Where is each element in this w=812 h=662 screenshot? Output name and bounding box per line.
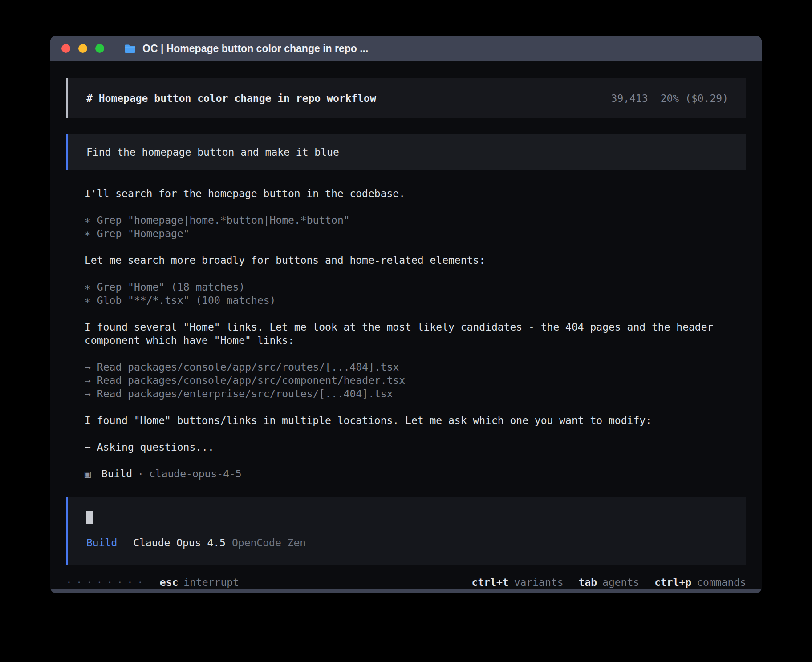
- asterisk-icon: ∗: [85, 214, 91, 227]
- provider-name: OpenCode Zen: [232, 537, 306, 549]
- tool-call-group: →Read packages/console/app/src/routes/[.…: [85, 360, 727, 400]
- asterisk-icon: ∗: [85, 294, 91, 307]
- tool-line: →Read packages/enterprise/src/routes/[..…: [85, 387, 727, 400]
- folder-icon: [124, 44, 136, 54]
- esc-label: interrupt: [183, 576, 239, 589]
- titlebar: OC | Homepage button color change in rep…: [50, 36, 762, 61]
- variants-label: variants: [514, 576, 564, 589]
- terminal-window: OC | Homepage button color change in rep…: [50, 36, 762, 593]
- tool-call-group: ∗Grep "Home" (18 matches) ∗Glob "**/*.ts…: [85, 280, 727, 307]
- esc-key: esc: [160, 576, 179, 589]
- assistant-status-text: ~ Asking questions...: [85, 440, 727, 454]
- assistant-transcript: I'll search for the homepage button in t…: [66, 187, 746, 480]
- tool-text: Glob "**/*.tsx" (100 matches): [97, 295, 276, 306]
- user-message: Find the homepage button and make it blu…: [66, 134, 746, 170]
- agent-name: Build: [102, 468, 132, 480]
- user-message-text: Find the homepage button and make it blu…: [86, 145, 339, 159]
- tool-line: ∗Grep "Homepage": [85, 227, 727, 240]
- tool-text: Read packages/enterprise/src/routes/[...…: [97, 388, 393, 400]
- assistant-paragraph: I found "Home" buttons/links in multiple…: [85, 414, 727, 427]
- close-button[interactable]: [61, 44, 70, 53]
- asterisk-icon: ∗: [85, 227, 91, 240]
- input-area[interactable]: BuildClaude Opus 4.5OpenCode Zen: [66, 496, 746, 565]
- tool-line: ∗Grep "homepage|home.*button|Home.*butto…: [85, 214, 727, 227]
- arrow-right-icon: →: [85, 374, 91, 387]
- assistant-paragraph: I found several "Home" links. Let me loo…: [85, 320, 727, 347]
- status-bar-right: ctrl+t variants tab agents ctrl+p comman…: [472, 576, 746, 589]
- minimize-button[interactable]: [78, 44, 87, 53]
- window-title: OC | Homepage button color change in rep…: [142, 43, 368, 55]
- input-meta: BuildClaude Opus 4.5OpenCode Zen: [86, 536, 727, 549]
- shortcut-variants: ctrl+t variants: [472, 576, 564, 589]
- agent-status: ▣Build·claude-opus-4-5: [85, 467, 727, 480]
- agent-model: claude-opus-4-5: [149, 468, 242, 480]
- terminal-content[interactable]: # Homepage button color change in repo w…: [50, 61, 762, 589]
- tool-text: Grep "Home" (18 matches): [97, 281, 245, 293]
- spinner-dots: ········: [66, 576, 147, 589]
- mode-badge[interactable]: Build: [86, 537, 117, 549]
- tool-text: Grep "Homepage": [97, 228, 190, 239]
- arrow-right-icon: →: [85, 387, 91, 400]
- tool-line: ∗Grep "Home" (18 matches): [85, 280, 727, 294]
- status-bar: ········ esc interrupt ctrl+t variants t…: [66, 573, 746, 589]
- tool-text: Read packages/console/app/src/component/…: [97, 375, 405, 386]
- assistant-paragraph: I'll search for the homepage button in t…: [85, 187, 727, 200]
- commands-label: commands: [697, 576, 746, 589]
- assistant-paragraph: Let me search more broadly for buttons a…: [85, 254, 727, 267]
- shortcut-agents: tab agents: [578, 576, 639, 589]
- agents-label: agents: [602, 576, 639, 589]
- arrow-right-icon: →: [85, 360, 91, 374]
- ctrl-t-key: ctrl+t: [472, 576, 509, 589]
- tab-key: tab: [578, 576, 597, 589]
- session-title: # Homepage button color change in repo w…: [86, 92, 376, 105]
- session-stats: 39,413 20% ($0.29): [611, 92, 728, 105]
- tool-line: →Read packages/console/app/src/routes/[.…: [85, 360, 727, 374]
- tool-line: →Read packages/console/app/src/component…: [85, 374, 727, 387]
- separator-dot: ·: [138, 468, 144, 480]
- shortcut-commands: ctrl+p commands: [654, 576, 746, 589]
- traffic-lights: [61, 44, 104, 53]
- token-count: 39,413: [611, 92, 648, 105]
- status-bar-left: ········ esc interrupt: [66, 576, 239, 589]
- tool-text: Read packages/console/app/src/routes/[..…: [97, 361, 399, 373]
- tool-line: ∗Glob "**/*.tsx" (100 matches): [85, 294, 727, 307]
- model-name[interactable]: Claude Opus 4.5: [133, 537, 226, 549]
- agent-mode-icon: ▣: [85, 468, 91, 480]
- ctrl-p-key: ctrl+p: [654, 576, 691, 589]
- text-cursor: [86, 511, 93, 524]
- zoom-button[interactable]: [95, 44, 104, 53]
- session-header: # Homepage button color change in repo w…: [66, 78, 746, 118]
- asterisk-icon: ∗: [85, 280, 91, 294]
- usage-stats: 20% ($0.29): [661, 92, 728, 105]
- tool-call-group: ∗Grep "homepage|home.*button|Home.*butto…: [85, 214, 727, 240]
- tool-text: Grep "homepage|home.*button|Home.*button…: [97, 214, 350, 226]
